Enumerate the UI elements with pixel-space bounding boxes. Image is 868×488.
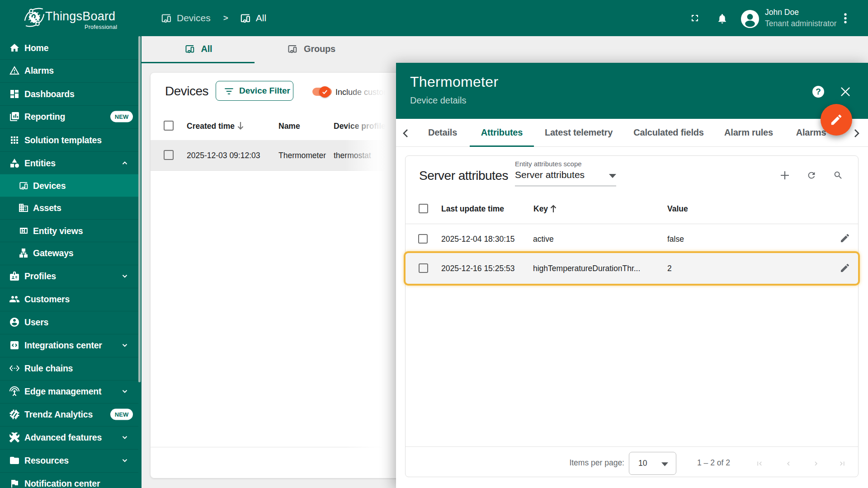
svg-text:?: ? — [816, 87, 821, 96]
